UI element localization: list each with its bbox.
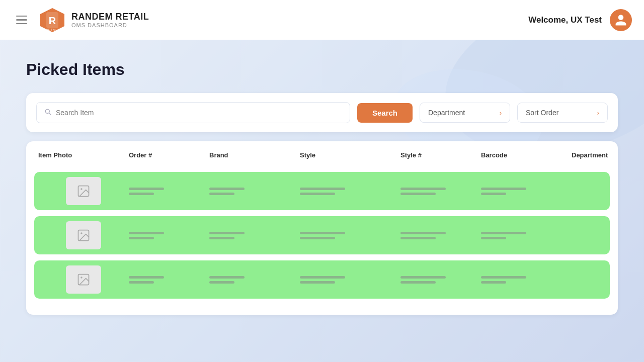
cell-order bbox=[129, 188, 209, 195]
search-input-wrap[interactable] bbox=[36, 102, 350, 123]
header-right: Welcome, UX Test bbox=[528, 9, 632, 31]
col-barcode: Barcode bbox=[481, 151, 572, 159]
sort-order-chevron-icon: › bbox=[597, 109, 599, 117]
welcome-message: Welcome, UX Test bbox=[528, 15, 602, 25]
cell-style bbox=[300, 276, 400, 284]
item-photo-placeholder bbox=[66, 265, 101, 294]
company-name: RANDEM RETAIL bbox=[71, 12, 149, 22]
department-label: Department bbox=[428, 109, 465, 117]
brand-logo: R RETAIL bbox=[39, 7, 65, 33]
col-style-num: Style # bbox=[400, 151, 481, 159]
col-item-photo: Item Photo bbox=[38, 151, 129, 159]
col-department: Department bbox=[572, 151, 618, 159]
user-avatar[interactable] bbox=[610, 9, 632, 31]
logo-text: RANDEM RETAIL OMS DASHBOARD bbox=[71, 12, 149, 28]
header: R RETAIL RANDEM RETAIL OMS DASHBOARD Wel… bbox=[0, 0, 644, 40]
magnifier-icon bbox=[44, 108, 52, 116]
cell-barcode bbox=[481, 232, 572, 239]
cell-order bbox=[129, 276, 209, 284]
svg-text:RETAIL: RETAIL bbox=[46, 28, 59, 31]
col-brand: Brand bbox=[209, 151, 300, 159]
image-icon bbox=[76, 228, 91, 242]
svg-text:R: R bbox=[49, 15, 56, 26]
table-body bbox=[26, 166, 618, 305]
cell-style-num bbox=[400, 232, 481, 239]
table-header: Item Photo Order # Brand Style Style # B… bbox=[26, 151, 618, 166]
table-container: Item Photo Order # Brand Style Style # B… bbox=[26, 141, 618, 315]
item-photo-placeholder bbox=[66, 177, 101, 205]
search-button[interactable]: Search bbox=[357, 103, 413, 123]
cell-barcode bbox=[481, 276, 572, 284]
search-container: Search Department › Sort Order › bbox=[26, 93, 618, 132]
search-input[interactable] bbox=[56, 109, 343, 117]
department-dropdown[interactable]: Department › bbox=[420, 103, 510, 123]
cell-brand bbox=[209, 276, 300, 284]
cell-style-num bbox=[400, 188, 481, 195]
svg-point-5 bbox=[80, 188, 83, 190]
person-icon bbox=[614, 14, 627, 27]
table-row[interactable] bbox=[34, 172, 610, 210]
cell-style bbox=[300, 232, 400, 239]
svg-point-9 bbox=[80, 277, 83, 279]
table-row[interactable] bbox=[34, 216, 610, 254]
logo-area: R RETAIL RANDEM RETAIL OMS DASHBOARD bbox=[39, 7, 149, 33]
cell-brand bbox=[209, 232, 300, 239]
item-photo-placeholder bbox=[66, 221, 101, 249]
sort-order-label: Sort Order bbox=[526, 109, 558, 117]
svg-point-7 bbox=[80, 232, 83, 234]
col-style: Style bbox=[300, 151, 400, 159]
department-chevron-icon: › bbox=[500, 109, 502, 117]
page-title: Picked Items bbox=[26, 60, 618, 79]
cell-barcode bbox=[481, 188, 572, 195]
main-content: Picked Items Search Department › Sort Or… bbox=[0, 40, 644, 335]
cell-photo bbox=[38, 177, 129, 205]
table-row[interactable] bbox=[34, 260, 610, 299]
cell-style bbox=[300, 188, 400, 195]
cell-photo bbox=[38, 265, 129, 294]
col-order-num: Order # bbox=[129, 151, 209, 159]
image-icon bbox=[76, 273, 91, 287]
hamburger-menu[interactable] bbox=[12, 12, 31, 29]
cell-photo bbox=[38, 221, 129, 249]
sort-order-dropdown[interactable]: Sort Order › bbox=[517, 103, 608, 123]
company-subtitle: OMS DASHBOARD bbox=[71, 22, 149, 28]
cell-style-num bbox=[400, 276, 481, 284]
cell-order bbox=[129, 232, 209, 239]
cell-brand bbox=[209, 188, 300, 195]
search-icon bbox=[44, 108, 52, 118]
image-icon bbox=[76, 184, 91, 198]
